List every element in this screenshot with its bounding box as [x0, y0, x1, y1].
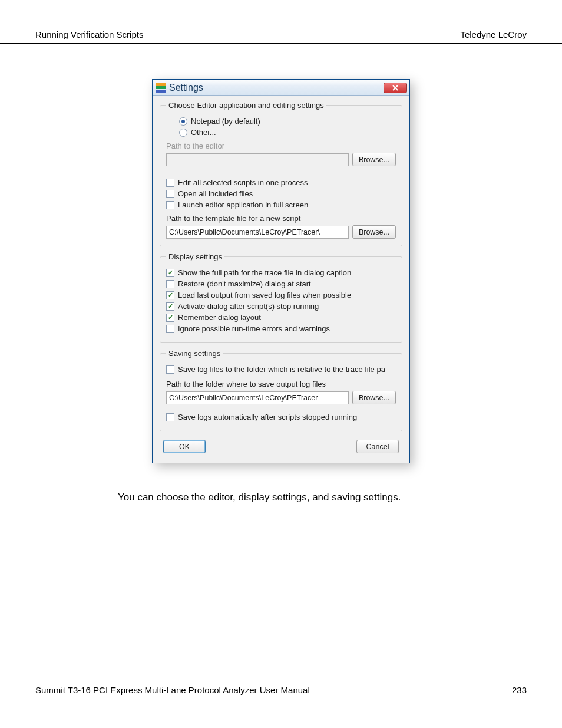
chk-auto-save-row[interactable]: Save logs automatically after scripts st…	[166, 413, 396, 421]
chk-save-relative[interactable]	[166, 365, 174, 374]
chk-remember-label: Remember dialog layout	[178, 313, 261, 322]
header-left: Running Verification Scripts	[35, 29, 143, 39]
close-icon[interactable]	[384, 83, 407, 93]
save-path-browse-button[interactable]: Browse...	[352, 391, 396, 404]
chk-load-output-label: Load last output from saved log files wh…	[178, 291, 351, 299]
template-path-label: Path to the template file for a new scri…	[166, 214, 300, 223]
editor-path-input[interactable]	[166, 153, 349, 166]
chk-ignore[interactable]	[166, 325, 174, 333]
page-caption: You can choose the editor, display setti…	[118, 492, 562, 503]
save-path-input[interactable]: C:\Users\Public\Documents\LeCroy\PETrace…	[166, 391, 349, 404]
header-right: Teledyne LeCroy	[460, 29, 527, 39]
template-path-input[interactable]: C:\Users\Public\Documents\LeCroy\PETrace…	[166, 226, 349, 239]
app-icon	[156, 83, 166, 93]
dialog-body: Choose Editor application and editing se…	[153, 96, 409, 463]
footer-page-number: 233	[512, 685, 527, 695]
chk-edit-one-process[interactable]	[166, 179, 174, 187]
ok-button[interactable]: OK	[163, 440, 206, 453]
chk-ignore-row[interactable]: Ignore possible run-time errors and warn…	[166, 324, 396, 333]
radio-notepad-label: Notepad (by default)	[191, 117, 260, 126]
chk-open-included-label: Open all included files	[178, 189, 253, 198]
radio-other[interactable]	[179, 129, 187, 137]
saving-group: Saving settings Save log files to the fo…	[160, 349, 402, 431]
editor-path-label: Path to the editor	[166, 141, 224, 150]
page-header: Running Verification Scripts Teledyne Le…	[0, 0, 562, 44]
titlebar[interactable]: Settings	[153, 80, 409, 96]
editor-group: Choose Editor application and editing se…	[160, 101, 402, 246]
footer-left: Summit T3-16 PCI Express Multi-Lane Prot…	[35, 685, 310, 695]
chk-auto-save-label: Save logs automatically after scripts st…	[178, 413, 357, 421]
chk-load-output-row[interactable]: Load last output from saved log files wh…	[166, 291, 396, 299]
dialog-title: Settings	[169, 83, 203, 93]
display-group: Display settings Show the full path for …	[160, 252, 402, 343]
chk-save-relative-label: Save log files to the folder which is re…	[178, 365, 385, 374]
page-footer: Summit T3-16 PCI Express Multi-Lane Prot…	[35, 685, 527, 695]
chk-edit-one-process-label: Edit all selected scripts in one process	[178, 178, 308, 187]
chk-ignore-label: Ignore possible run-time errors and warn…	[178, 324, 330, 333]
chk-full-path-row[interactable]: Show the full path for the trace file in…	[166, 268, 396, 277]
chk-fullscreen-row[interactable]: Launch editor application in full screen	[166, 200, 396, 209]
chk-restore-label: Restore (don't maximize) dialog at start	[178, 279, 311, 288]
editor-legend: Choose Editor application and editing se…	[166, 101, 326, 110]
chk-remember[interactable]	[166, 314, 174, 322]
chk-activate-label: Activate dialog after script(s) stop run…	[178, 302, 319, 311]
saving-legend: Saving settings	[166, 349, 223, 358]
editor-path-row: Browse...	[166, 153, 396, 166]
chk-edit-one-process-row[interactable]: Edit all selected scripts in one process	[166, 178, 396, 187]
editor-path-browse-button[interactable]: Browse...	[352, 153, 396, 166]
radio-notepad[interactable]	[179, 117, 187, 126]
chk-restore[interactable]	[166, 280, 174, 288]
chk-full-path[interactable]	[166, 269, 174, 277]
chk-fullscreen-label: Launch editor application in full screen	[178, 200, 308, 209]
template-path-row: C:\Users\Public\Documents\LeCroy\PETrace…	[166, 225, 396, 239]
chk-save-relative-row[interactable]: Save log files to the folder which is re…	[166, 365, 396, 374]
radio-other-row[interactable]: Other...	[166, 128, 396, 137]
chk-activate-row[interactable]: Activate dialog after script(s) stop run…	[166, 302, 396, 311]
chk-open-included[interactable]	[166, 190, 174, 198]
template-browse-button[interactable]: Browse...	[352, 225, 396, 239]
chk-activate[interactable]	[166, 302, 174, 311]
save-path-row: C:\Users\Public\Documents\LeCroy\PETrace…	[166, 391, 396, 404]
display-legend: Display settings	[166, 252, 224, 261]
radio-other-label: Other...	[191, 128, 216, 137]
radio-notepad-row[interactable]: Notepad (by default)	[166, 117, 396, 126]
chk-fullscreen[interactable]	[166, 201, 174, 209]
chk-auto-save[interactable]	[166, 413, 174, 421]
chk-full-path-label: Show the full path for the trace file in…	[178, 268, 351, 277]
save-path-label: Path to the folder where to save output …	[166, 380, 326, 388]
dialog-buttons: OK Cancel	[156, 437, 406, 457]
chk-open-included-row[interactable]: Open all included files	[166, 189, 396, 198]
cancel-button[interactable]: Cancel	[356, 440, 399, 453]
settings-dialog: Settings Choose Editor application and e…	[152, 79, 410, 463]
chk-restore-row[interactable]: Restore (don't maximize) dialog at start	[166, 279, 396, 288]
chk-remember-row[interactable]: Remember dialog layout	[166, 313, 396, 322]
chk-load-output[interactable]	[166, 291, 174, 299]
